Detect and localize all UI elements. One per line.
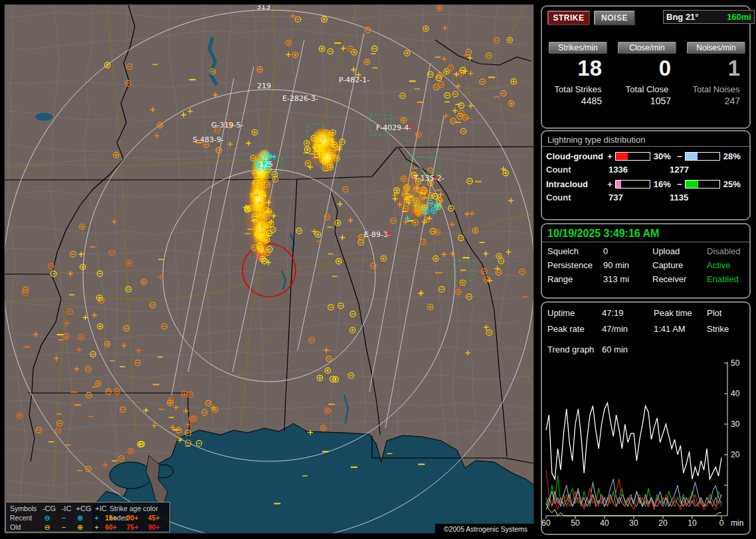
persistence-value: 90 min bbox=[603, 260, 652, 270]
legend-header-row: Symbols -CG -IC +CG +IC Strike age color… bbox=[10, 504, 169, 513]
svg-text:50: 50 bbox=[571, 518, 580, 528]
svg-text:219: 219 bbox=[257, 82, 271, 90]
cg-minus-count: 1277 bbox=[670, 165, 745, 175]
trend-window-value: 60 min bbox=[602, 345, 654, 354]
close-per-min-chip: Close/min bbox=[618, 42, 676, 54]
trend-graph: 504030206050403020100min bbox=[542, 358, 751, 532]
total-strikes-label: Total Strikes bbox=[547, 84, 609, 94]
copyright-text: ©2005 Astrogenic Systems bbox=[435, 524, 536, 534]
strike-mode-button[interactable]: STRIKE bbox=[547, 11, 590, 25]
minus-icon: − bbox=[56, 522, 72, 532]
nexstorm-window: 313219125P-482-1-E-2826-3-G-319-5-S-483-… bbox=[0, 0, 756, 539]
cg-plus-bar bbox=[615, 152, 650, 161]
cloud-ground-row: Cloud-ground + 30% − 28% bbox=[542, 151, 749, 161]
svg-text:0: 0 bbox=[719, 518, 724, 528]
total-close-label: Total Close bbox=[616, 84, 678, 94]
legend-symbols-header: Symbols bbox=[10, 504, 41, 513]
noises-per-min-value: 1 bbox=[686, 55, 747, 82]
uptime-value: 47:19 bbox=[602, 308, 654, 318]
total-close-value: 1057 bbox=[616, 96, 678, 106]
svg-text:125: 125 bbox=[259, 160, 273, 169]
age-90: 90+ bbox=[148, 522, 169, 532]
strikes-per-min-value: 18 bbox=[547, 55, 609, 82]
ic-minus-bar bbox=[685, 180, 720, 189]
svg-text:E-2826-3-: E-2826-3- bbox=[282, 94, 318, 103]
svg-text:S-483-9-: S-483-9- bbox=[193, 135, 224, 144]
control-panel: STRIKE NOISE Bng 21° 160mi Strikes/min 1… bbox=[538, 0, 756, 539]
svg-text:30: 30 bbox=[629, 518, 638, 528]
bearing-readout: Bng 21° 160mi bbox=[663, 10, 755, 24]
svg-text:60: 60 bbox=[542, 518, 551, 528]
plot-mode-value: Strike bbox=[707, 324, 749, 334]
total-noises-label: Total Noises bbox=[686, 84, 747, 94]
svg-text:10: 10 bbox=[688, 518, 697, 528]
ic-plus-pct: 16% bbox=[652, 179, 676, 189]
distribution-header: Lightning type distribution bbox=[542, 131, 749, 147]
svg-text:50: 50 bbox=[731, 358, 740, 368]
rates-panel: STRIKE NOISE Bng 21° 160mi Strikes/min 1… bbox=[541, 5, 751, 129]
age-30: 30+ bbox=[126, 513, 147, 522]
circle-plus-icon: ⊕ bbox=[72, 522, 88, 532]
lightning-map[interactable]: 313219125P-482-1-E-2826-3-G-319-5-S-483-… bbox=[0, 0, 538, 539]
cloud-ground-count-row: Count 1336 1277 bbox=[542, 165, 749, 175]
svg-text:40: 40 bbox=[731, 389, 740, 398]
plus-icon: + bbox=[88, 522, 105, 532]
map-canvas[interactable]: 313219125P-482-1-E-2826-3-G-319-5-S-483-… bbox=[0, 0, 538, 539]
total-strikes-value: 4485 bbox=[547, 96, 609, 106]
legend-old-row: Old ⊖ − ⊕ + 60+ 75+ 90+ bbox=[10, 522, 169, 532]
peak-time-value: 1:41 AM bbox=[654, 324, 707, 334]
minus-icon: − bbox=[56, 513, 72, 522]
circle-minus-icon: ⊖ bbox=[39, 522, 56, 532]
ic-plus-count: 737 bbox=[609, 193, 670, 202]
receiver-status: Enabled bbox=[707, 274, 749, 284]
circle-plus-icon: ⊕ bbox=[72, 513, 88, 522]
session-row-1: Uptime 47:19 Peak time Plot bbox=[542, 308, 749, 318]
peak-rate-value: 47/min bbox=[602, 324, 654, 334]
svg-text:P-482-1-: P-482-1- bbox=[339, 76, 369, 84]
age-75: 75+ bbox=[126, 522, 147, 532]
cg-minus-pct: 28% bbox=[721, 151, 745, 161]
noises-per-min-chip: Noises/min bbox=[687, 42, 745, 54]
age-15: 15+ bbox=[105, 513, 126, 522]
trend-panel: Uptime 47:19 Peak time Plot Peak rate 47… bbox=[541, 301, 751, 535]
intracloud-count-row: Count 737 1135 bbox=[542, 193, 749, 202]
svg-text:T-135-2-: T-135-2- bbox=[413, 174, 444, 183]
close-column: Close/min 0 Total Close 1057 bbox=[616, 42, 678, 106]
intracloud-row: Intracloud + 16% − 25% bbox=[542, 179, 749, 189]
age-60: 60+ bbox=[105, 522, 126, 532]
svg-text:40: 40 bbox=[600, 518, 609, 528]
status-row-1: Squelch 0 Upload Disabled bbox=[542, 245, 749, 256]
capture-status: Active bbox=[707, 260, 749, 270]
cg-plus-count: 1336 bbox=[609, 165, 670, 175]
svg-text:min: min bbox=[731, 518, 743, 528]
ic-plus-bar bbox=[615, 180, 650, 189]
total-noises-value: 247 bbox=[686, 96, 747, 106]
noise-mode-button[interactable]: NOISE bbox=[594, 11, 635, 25]
lightning-distribution-panel: Lightning type distribution Cloud-ground… bbox=[541, 130, 751, 220]
status-row-2: Persistence 90 min Capture Active bbox=[542, 259, 749, 270]
clock-readout: 10/19/2025 3:49:16 AM bbox=[542, 224, 749, 242]
svg-text:30: 30 bbox=[731, 420, 740, 429]
strikes-column: Strikes/min 18 Total Strikes 4485 bbox=[547, 42, 609, 106]
svg-text:20: 20 bbox=[658, 518, 668, 528]
plus-icon: + bbox=[88, 513, 105, 522]
legend-age-header: Strike age color codes bbox=[110, 504, 169, 513]
ic-minus-count: 1135 bbox=[670, 193, 745, 202]
bearing-value: Bng 21° bbox=[666, 12, 699, 22]
circle-minus-icon: ⊖ bbox=[39, 513, 56, 522]
noises-column: Noises/min 1 Total Noises 247 bbox=[686, 42, 747, 106]
status-panel: 10/19/2025 3:49:16 AM Squelch 0 Upload D… bbox=[541, 223, 751, 299]
strikes-per-min-chip: Strikes/min bbox=[549, 42, 607, 54]
session-row-3: Trend graph 60 min bbox=[542, 345, 749, 354]
svg-text:20: 20 bbox=[731, 450, 740, 459]
bearing-range-value: 160mi bbox=[727, 11, 751, 23]
cg-minus-bar bbox=[685, 152, 720, 161]
svg-text:F-4029-4-: F-4029-4- bbox=[376, 123, 411, 132]
ic-minus-pct: 25% bbox=[721, 179, 745, 189]
range-value: 313 mi bbox=[603, 274, 652, 284]
legend-recent-row: Recent ⊖ − ⊕ + 15+ 30+ 45+ bbox=[10, 513, 169, 522]
age-45: 45+ bbox=[148, 513, 169, 522]
svg-text:G-319-5-: G-319-5- bbox=[211, 121, 243, 129]
svg-text:E-89-3-: E-89-3- bbox=[364, 230, 391, 239]
status-row-3: Range 313 mi Receiver Enabled bbox=[542, 273, 749, 284]
